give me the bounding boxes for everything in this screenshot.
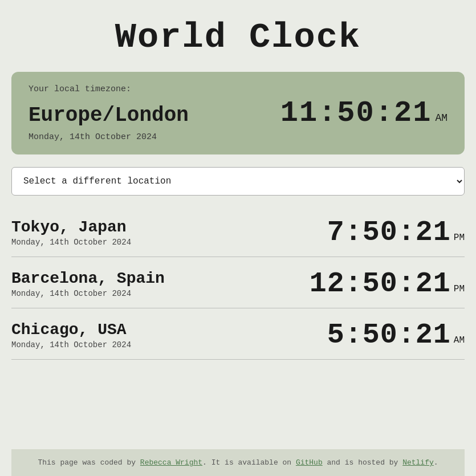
clock-list: Tokyo, Japan Monday, 14th October 2024 7… [11, 206, 465, 360]
footer-netlify-link[interactable]: Netlify [402, 458, 434, 467]
clock-time-ampm: PM [454, 284, 465, 294]
footer-text-after: and is hosted by [323, 458, 402, 467]
clock-location-info: Barcelona, Spain Monday, 14th October 20… [11, 270, 165, 298]
footer-author-link[interactable]: Rebecca Wright [140, 458, 202, 467]
clock-location-date: Monday, 14th October 2024 [11, 340, 131, 349]
clock-location-date: Monday, 14th October 2024 [11, 289, 165, 298]
clock-time-value: 7:50:21 [327, 216, 451, 249]
local-date: Monday, 14th October 2024 [29, 132, 157, 142]
clock-location-date: Monday, 14th October 2024 [11, 238, 131, 247]
local-timezone-name: Europe/London [29, 104, 189, 127]
clock-location-info: Tokyo, Japan Monday, 14th October 2024 [11, 218, 131, 247]
footer-text-middle: . It is available on [202, 458, 296, 467]
local-time-display: 11:50:21 AM [280, 96, 447, 130]
page-title: World Clock [115, 17, 361, 58]
local-time-ampm: AM [435, 112, 447, 124]
clock-time-display: 12:50:21 PM [310, 267, 465, 300]
clock-item: Barcelona, Spain Monday, 14th October 20… [11, 257, 465, 308]
local-timezone-row: Europe/London 11:50:21 AM [29, 96, 447, 130]
clock-time-display: 5:50:21 AM [327, 319, 465, 351]
footer-text-before: This page was coded by [38, 458, 140, 467]
local-time-value: 11:50:21 [280, 96, 432, 130]
location-select[interactable]: Select a different location [11, 167, 465, 196]
footer: This page was coded by Rebecca Wright. I… [11, 449, 465, 476]
clock-location-name: Barcelona, Spain [11, 270, 165, 287]
clock-time-ampm: PM [454, 233, 465, 243]
clock-item: Tokyo, Japan Monday, 14th October 2024 7… [11, 206, 465, 257]
clock-location-info: Chicago, USA Monday, 14th October 2024 [11, 321, 131, 349]
clock-location-name: Tokyo, Japan [11, 218, 131, 236]
footer-text-end: . [434, 458, 438, 467]
clock-time-display: 7:50:21 PM [327, 216, 465, 249]
clock-item: Chicago, USA Monday, 14th October 2024 5… [11, 308, 465, 360]
footer-github-link[interactable]: GitHub [296, 458, 323, 467]
clock-time-ampm: AM [454, 335, 465, 345]
clock-time-value: 5:50:21 [327, 319, 451, 351]
clock-time-value: 12:50:21 [310, 267, 451, 300]
local-timezone-card: Your local timezone: Europe/London 11:50… [11, 72, 465, 154]
local-timezone-label: Your local timezone: [29, 84, 131, 94]
page-wrapper: World Clock Your local timezone: Europe/… [0, 0, 476, 476]
clock-location-name: Chicago, USA [11, 321, 131, 339]
